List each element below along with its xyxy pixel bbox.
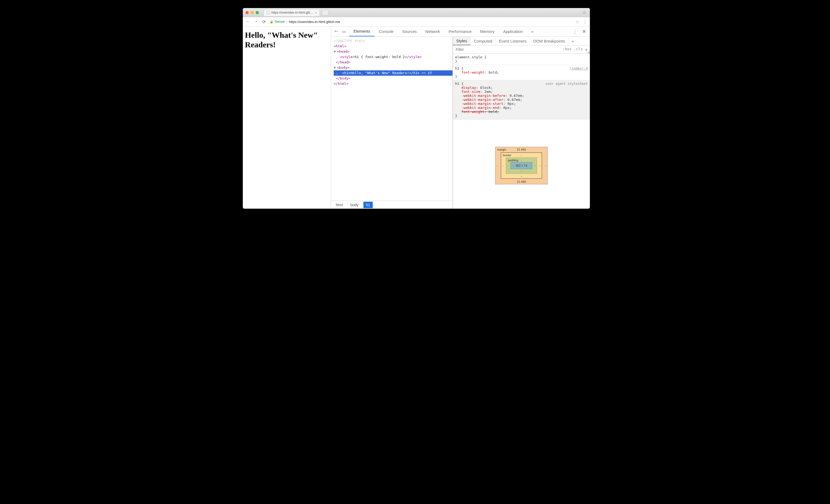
styles-tabbar: StylesComputedEvent ListenersDOM Breakpo…: [453, 37, 590, 45]
border-label: border: [503, 154, 511, 157]
cls-toggle[interactable]: .cls: [574, 47, 583, 53]
secure-label: Secure: [275, 20, 285, 24]
margin-top: 21.440: [517, 148, 526, 151]
titlebar: https://overrides-in-html.glitch × ☺: [243, 8, 590, 17]
address-bar[interactable]: 🔒 Secure | https://overrides-in-html.gli…: [269, 20, 340, 24]
breadcrumb-h1[interactable]: h1: [363, 202, 373, 208]
minimize-window-icon[interactable]: [251, 11, 254, 14]
head-open[interactable]: <head>: [337, 50, 350, 54]
style-rule[interactable]: element.style {}: [453, 54, 590, 65]
devtools: ⭰ ▭ ElementsConsoleSourcesNetworkPerform…: [331, 27, 590, 209]
box-model: margin 21.440 21.440 - - border - - -: [453, 120, 590, 209]
favicon-icon: [266, 11, 270, 14]
devtools-tab-console[interactable]: Console: [375, 27, 398, 36]
caret-icon[interactable]: ▼: [334, 65, 337, 70]
head-close: </head>: [336, 60, 351, 64]
styles-filter-row: :hov .cls +: [453, 45, 590, 54]
devtools-more-tabs[interactable]: »: [527, 27, 538, 36]
style-open[interactable]: <style>: [340, 55, 355, 59]
body-open[interactable]: <body>: [337, 66, 350, 69]
devtools-tabbar: ⭰ ▭ ElementsConsoleSourcesNetworkPerform…: [331, 27, 590, 37]
browser-menu-icon[interactable]: ⋮: [583, 19, 587, 24]
tab-title: https://overrides-in-html.glitch: [272, 11, 313, 14]
hov-toggle[interactable]: :hov: [563, 47, 572, 53]
styles-tab-styles[interactable]: Styles: [453, 37, 471, 45]
resize-corner-icon: [587, 51, 589, 53]
devtools-menu-icon[interactable]: ⋮: [573, 29, 577, 34]
border-left: -: [502, 164, 503, 167]
padding-label: padding: [508, 159, 518, 162]
elements-panel: <!DOCTYPE html> <html> ▼<head> <style>h1…: [331, 37, 453, 209]
browser-window: https://overrides-in-html.glitch × ☺ ← →…: [243, 8, 590, 209]
new-tab-button[interactable]: [322, 10, 328, 15]
selected-var: == $0: [421, 71, 432, 75]
doctype: <!DOCTYPE html>: [334, 39, 365, 43]
lock-icon: 🔒: [269, 20, 274, 24]
style-text: h1 { font-weight: bold }: [355, 55, 405, 59]
margin-left: -: [497, 164, 498, 167]
page-heading: Hello, "What's New" Readers!: [245, 30, 329, 50]
breadcrumb-body[interactable]: body: [348, 202, 361, 208]
devtools-body: <!DOCTYPE html> <html> ▼<head> <style>h1…: [331, 37, 590, 209]
close-window-icon[interactable]: [246, 11, 249, 14]
style-rule[interactable]: h1 {user agent stylesheet display: block…: [453, 80, 590, 120]
padding-bottom: -: [521, 169, 522, 172]
border-bottom: -: [521, 175, 522, 178]
html-close: </html>: [334, 82, 348, 86]
devtools-close-icon[interactable]: ✕: [582, 29, 586, 34]
devtools-tab-memory[interactable]: Memory: [476, 27, 499, 36]
rendered-page: Hello, "What's New" Readers!: [243, 27, 331, 209]
styles-tab-more[interactable]: »: [569, 37, 577, 45]
close-tab-icon[interactable]: ×: [315, 11, 317, 15]
devtools-tab-elements[interactable]: Elements: [349, 27, 375, 36]
secure-indicator: 🔒 Secure: [269, 20, 285, 24]
padding-top: -: [521, 159, 522, 162]
margin-right: -: [545, 164, 546, 167]
gutter-ellipsis-icon: …: [334, 70, 340, 76]
url-text: https://overrides-in-html.glitch.me: [289, 20, 340, 24]
margin-bottom: 21.440: [517, 180, 526, 183]
browser-tab[interactable]: https://overrides-in-html.glitch ×: [264, 9, 320, 16]
margin-label: margin: [497, 148, 506, 151]
h1-close: </h1>: [409, 71, 419, 75]
inspect-icon[interactable]: ⭰: [334, 29, 338, 34]
styles-tab-event-listeners[interactable]: Event Listeners: [496, 37, 530, 45]
devtools-tab-network[interactable]: Network: [421, 27, 444, 36]
reload-button[interactable]: ⟳: [261, 19, 266, 24]
breadcrumbs: htmlbodyh1: [331, 201, 452, 209]
breadcrumb-html[interactable]: html: [333, 202, 346, 208]
content-size: 352 × 74: [510, 162, 532, 169]
h1-open: <h1>: [342, 71, 350, 75]
body-close: </body>: [336, 76, 351, 80]
html-open[interactable]: <html>: [334, 44, 346, 48]
styles-panel: StylesComputedEvent ListenersDOM Breakpo…: [453, 37, 590, 209]
devtools-tab-performance[interactable]: Performance: [444, 27, 476, 36]
caret-icon[interactable]: ▼: [334, 49, 337, 54]
content: Hello, "What's New" Readers! ⭰ ▭ Element…: [243, 27, 590, 209]
style-close: </style>: [405, 55, 422, 59]
styles-filter-input[interactable]: [455, 47, 561, 52]
devtools-tab-sources[interactable]: Sources: [398, 27, 421, 36]
forward-button[interactable]: →: [254, 19, 258, 24]
dom-tree[interactable]: <!DOCTYPE html> <html> ▼<head> <style>h1…: [331, 37, 452, 201]
bookmark-star-icon[interactable]: ☆: [575, 19, 579, 24]
window-controls: [246, 11, 259, 14]
padding-left: -: [507, 164, 508, 167]
back-button[interactable]: ←: [246, 19, 250, 24]
toolbar: ← → ⟳ 🔒 Secure | https://overrides-in-ht…: [243, 17, 590, 27]
styles-tab-computed[interactable]: Computed: [471, 37, 496, 45]
device-toolbar-icon[interactable]: ▭: [342, 29, 346, 34]
fullscreen-window-icon[interactable]: [256, 11, 259, 14]
styles-tab-dom-breakpoints[interactable]: DOM Breakpoints: [530, 37, 568, 45]
border-right: -: [540, 164, 541, 167]
border-top: -: [521, 154, 522, 157]
padding-right: -: [535, 164, 536, 167]
h1-text: Hello, "What's New" Readers!: [351, 71, 409, 75]
devtools-tab-application[interactable]: Application: [499, 27, 527, 36]
style-rule[interactable]: h1 {(index):4 font-weight: bold;}: [453, 65, 590, 80]
style-rules: element.style {}h1 {(index):4 font-weigh…: [453, 54, 590, 120]
profile-avatar-icon[interactable]: ☺: [581, 10, 587, 15]
selected-node[interactable]: … <h1>Hello, "What's New" Readers!</h1>=…: [334, 70, 452, 76]
